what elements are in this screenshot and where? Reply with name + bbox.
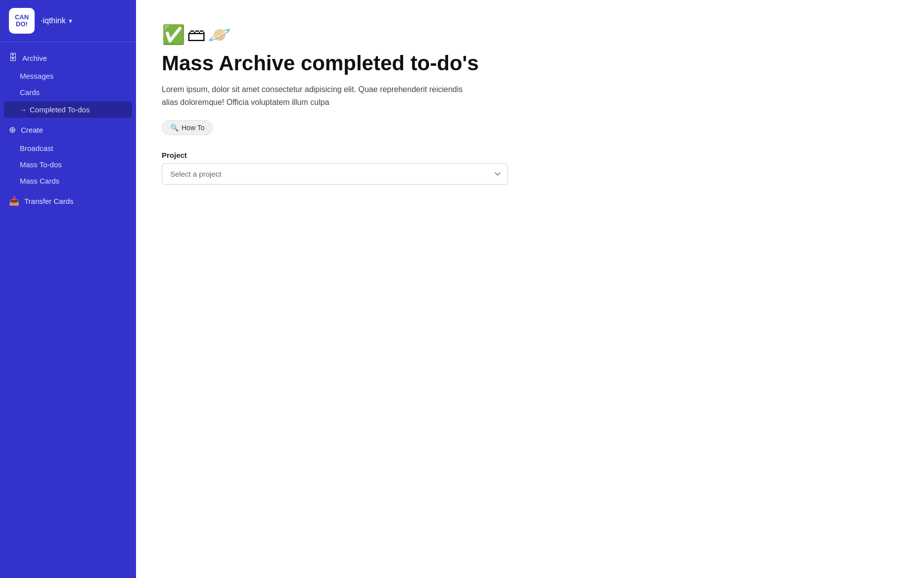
nav-section-transfer: 📥 Transfer Cards — [0, 191, 136, 211]
transfer-icon: 📥 — [9, 196, 19, 206]
sidebar-item-completed-todos[interactable]: → Completed To-dos — [4, 101, 132, 118]
sidebar-item-mass-todos-label: Mass To-dos — [20, 160, 62, 169]
chevron-down-icon: ▾ — [69, 17, 72, 25]
page-description: Lorem ipsum, dolor sit amet consectetur … — [162, 83, 478, 108]
sidebar-item-create[interactable]: ⊕ Create — [0, 120, 136, 140]
cabinet-icon: 🗃 — [187, 24, 206, 46]
sidebar-item-completed-todos-label: Completed To-dos — [30, 105, 90, 114]
page-icons: ✅ 🗃 🪐 — [162, 24, 898, 46]
sidebar-item-mass-cards[interactable]: Mass Cards — [0, 173, 136, 189]
main-content: ✅ 🗃 🪐 Mass Archive completed to-do's Lor… — [136, 0, 924, 578]
checkmark-icon: ✅ — [162, 24, 185, 46]
sidebar-item-messages-label: Messages — [20, 72, 53, 80]
sidebar-item-transfer-cards-label: Transfer Cards — [24, 197, 73, 205]
nav-section-archive: 🗄 Archive Messages Cards → Completed To-… — [0, 48, 136, 118]
sidebar-item-messages[interactable]: Messages — [0, 68, 136, 84]
sidebar-nav: 🗄 Archive Messages Cards → Completed To-… — [0, 42, 136, 578]
sidebar-item-create-label: Create — [21, 126, 43, 134]
project-select[interactable]: Select a project — [162, 163, 508, 185]
arrow-icon: → — [20, 106, 27, 114]
sidebar-item-mass-cards-label: Mass Cards — [20, 177, 59, 185]
project-label: Project — [162, 151, 898, 159]
how-to-icon: 🔍 — [170, 124, 179, 132]
sidebar-item-cards-label: Cards — [20, 88, 40, 96]
create-icon: ⊕ — [9, 125, 16, 135]
sidebar-item-archive[interactable]: 🗄 Archive — [0, 48, 136, 68]
logo: CANDO! — [9, 8, 35, 34]
sidebar: CANDO! ·iqthink ▾ 🗄 Archive Messages Car… — [0, 0, 136, 578]
sidebar-item-mass-todos[interactable]: Mass To-dos — [0, 156, 136, 173]
project-field: Project Select a project — [162, 151, 898, 185]
sidebar-item-cards[interactable]: Cards — [0, 84, 136, 100]
workspace-name: ·iqthink — [41, 16, 66, 25]
sidebar-item-transfer-cards[interactable]: 📥 Transfer Cards — [0, 191, 136, 211]
archive-icon: 🗄 — [9, 53, 17, 63]
sidebar-item-broadcast[interactable]: Broadcast — [0, 140, 136, 156]
how-to-label: How To — [182, 124, 204, 132]
project-select-wrapper: Select a project — [162, 163, 508, 185]
page-title: Mass Archive completed to-do's — [162, 51, 898, 75]
how-to-button[interactable]: 🔍 How To — [162, 120, 213, 135]
sidebar-header: CANDO! ·iqthink ▾ — [0, 0, 136, 42]
planet-icon: 🪐 — [208, 24, 231, 46]
sidebar-item-archive-label: Archive — [22, 54, 47, 62]
nav-section-create: ⊕ Create Broadcast Mass To-dos Mass Card… — [0, 120, 136, 189]
sidebar-item-broadcast-label: Broadcast — [20, 144, 53, 152]
workspace-selector[interactable]: ·iqthink ▾ — [41, 16, 72, 25]
